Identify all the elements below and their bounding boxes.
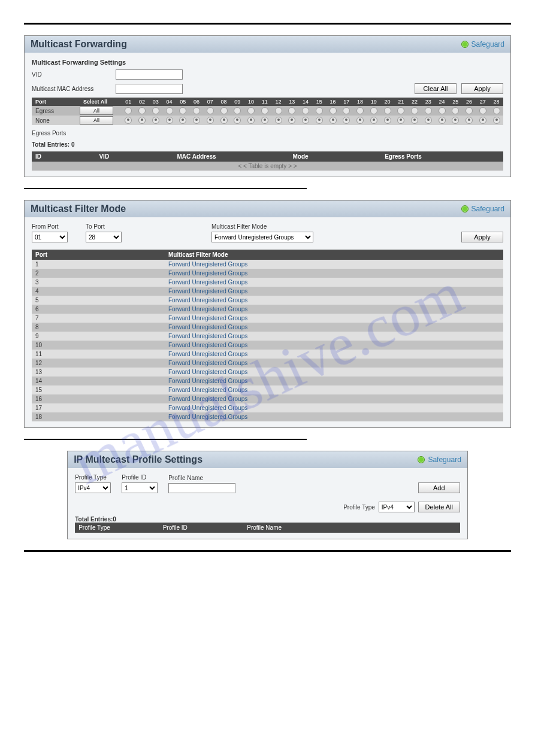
port-radio[interactable] <box>275 117 282 124</box>
port-radio[interactable] <box>247 107 255 114</box>
filter-mode-select[interactable]: Forward Unregistered Groups <box>211 232 313 242</box>
port-radio[interactable] <box>316 117 323 124</box>
cell-port: 12 <box>32 359 165 368</box>
port-radio[interactable] <box>439 107 446 114</box>
port-radio[interactable] <box>166 117 173 124</box>
port-radio[interactable] <box>493 107 500 114</box>
port-radio[interactable] <box>439 117 446 124</box>
clear-all-button[interactable]: Clear All <box>415 83 457 94</box>
cell-mode: Forward Unregistered Groups <box>165 368 503 377</box>
port-radio[interactable] <box>425 107 432 114</box>
port-num-header: 02 <box>135 98 149 106</box>
port-radio[interactable] <box>220 107 228 114</box>
vid-input[interactable] <box>116 69 183 80</box>
profile-id-select[interactable]: 1 <box>122 482 158 493</box>
port-radio[interactable] <box>288 117 295 124</box>
port-num-header: 09 <box>231 98 244 106</box>
table-row: 16Forward Unregistered Groups <box>32 394 503 403</box>
cell-port: 1 <box>32 260 165 269</box>
delete-profile-type-select[interactable]: IPv4 <box>379 502 415 512</box>
cell-mode: Forward Unregistered Groups <box>165 350 503 359</box>
table-row: 5Forward Unregistered Groups <box>32 296 503 305</box>
col-vid: VID <box>95 151 173 162</box>
port-row: NoneAll <box>32 116 503 125</box>
port-radio[interactable] <box>125 107 132 114</box>
port-radio[interactable] <box>179 107 186 114</box>
row-label: Egress <box>32 107 80 116</box>
port-radio[interactable] <box>193 107 200 114</box>
port-radio[interactable] <box>397 117 404 124</box>
port-radio[interactable] <box>330 117 337 124</box>
port-radio[interactable] <box>302 117 309 124</box>
port-radio[interactable] <box>220 117 228 124</box>
port-num-header: 14 <box>299 98 313 106</box>
port-radio[interactable] <box>125 117 132 124</box>
port-radio[interactable] <box>397 107 404 114</box>
port-radio[interactable] <box>234 117 241 124</box>
multicast-forwarding-panel: Multicast Forwarding Safeguard Multicast… <box>24 35 511 177</box>
result-table-header: ID VID MAC Address Mode Egress Ports <box>32 151 503 162</box>
port-radio[interactable] <box>288 107 295 114</box>
port-radio[interactable] <box>493 117 500 124</box>
port-radio[interactable] <box>356 107 364 114</box>
port-radio[interactable] <box>207 107 214 114</box>
apply-button[interactable]: Apply <box>461 232 503 242</box>
port-radio[interactable] <box>193 117 200 124</box>
port-radio[interactable] <box>411 107 418 114</box>
table-row: 12Forward Unregistered Groups <box>32 359 503 368</box>
port-radio[interactable] <box>343 107 350 114</box>
port-radio[interactable] <box>166 107 173 114</box>
table-row: 17Forward Unregistered Groups <box>32 403 503 412</box>
mac-input[interactable] <box>116 84 183 94</box>
port-radio[interactable] <box>261 107 268 114</box>
delete-all-button[interactable]: Delete All <box>418 502 460 512</box>
port-radio[interactable] <box>316 107 323 114</box>
port-radio[interactable] <box>207 117 214 124</box>
panel-header: IP Multecast Profile Settings Safeguard <box>68 451 467 468</box>
port-radio[interactable] <box>234 107 241 114</box>
port-radio[interactable] <box>302 107 309 114</box>
table-empty: < < Table is empty > > <box>32 162 503 171</box>
port-radio[interactable] <box>138 117 146 124</box>
panel-title: Multicast Filter Mode <box>31 204 126 214</box>
port-num-header: 01 <box>122 98 135 106</box>
port-num-header: 19 <box>367 98 381 106</box>
to-port-select[interactable]: 28 <box>86 232 122 242</box>
port-radio[interactable] <box>330 107 337 114</box>
cell-mode: Forward Unregistered Groups <box>165 314 503 323</box>
port-radio[interactable] <box>247 117 255 124</box>
port-radio[interactable] <box>384 117 391 124</box>
port-radio[interactable] <box>138 107 146 114</box>
port-radio[interactable] <box>343 117 350 124</box>
port-num-header: 26 <box>463 98 476 106</box>
select-all-button[interactable]: All <box>80 116 113 125</box>
port-radio[interactable] <box>452 117 459 124</box>
port-radio[interactable] <box>425 117 432 124</box>
port-radio[interactable] <box>479 107 486 114</box>
cell-port: 4 <box>32 287 165 296</box>
safeguard-icon <box>461 205 468 212</box>
divider <box>24 550 511 552</box>
port-radio[interactable] <box>384 107 391 114</box>
port-radio[interactable] <box>179 117 186 124</box>
port-radio[interactable] <box>370 107 377 114</box>
port-radio[interactable] <box>370 117 377 124</box>
port-radio[interactable] <box>356 117 364 124</box>
profile-type-select[interactable]: IPv4 <box>75 482 111 493</box>
cell-mode: Forward Unregistered Groups <box>165 359 503 368</box>
apply-button[interactable]: Apply <box>461 83 503 94</box>
port-radio[interactable] <box>275 107 282 114</box>
from-port-select[interactable]: 01 <box>32 232 68 242</box>
port-radio[interactable] <box>152 117 159 124</box>
port-radio[interactable] <box>452 107 459 114</box>
select-all-button[interactable]: All <box>80 107 113 115</box>
port-radio[interactable] <box>152 107 159 114</box>
port-radio[interactable] <box>411 117 418 124</box>
port-radio[interactable] <box>261 117 268 124</box>
add-button[interactable]: Add <box>418 482 460 493</box>
port-radio[interactable] <box>479 117 486 124</box>
port-radio[interactable] <box>466 107 473 114</box>
profile-name-input[interactable] <box>168 483 235 493</box>
cell-port: 13 <box>32 368 165 377</box>
port-radio[interactable] <box>466 117 473 124</box>
